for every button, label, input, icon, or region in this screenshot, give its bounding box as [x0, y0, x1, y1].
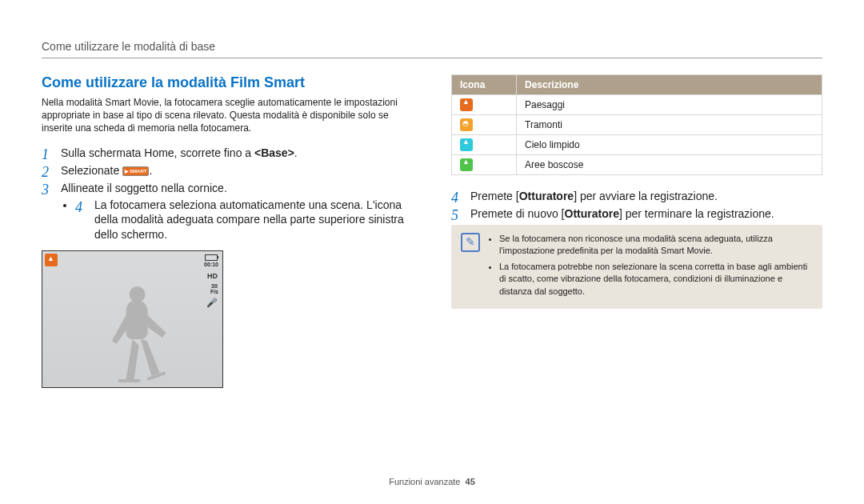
- fps-badge: 30F/s: [210, 283, 218, 294]
- note-item: Se la fotocamera non riconosce una modal…: [499, 233, 813, 258]
- timecode: 00:10: [204, 262, 218, 267]
- hd-badge: HD: [207, 272, 218, 280]
- intro-text: Nella modalità Smart Movie, la fotocamer…: [42, 96, 413, 135]
- svg-rect-1: [118, 379, 140, 382]
- battery-icon: [205, 254, 218, 261]
- left-column: Come utilizzare la modalità Film Smart N…: [42, 74, 413, 388]
- clear-sky-icon: [460, 138, 473, 151]
- forest-icon: [460, 158, 473, 171]
- table-row: Paesaggi: [452, 95, 822, 115]
- smart-movie-icon: SMART: [122, 166, 149, 176]
- svg-point-0: [129, 286, 145, 302]
- table-header-desc: Descrizione: [517, 75, 822, 95]
- table-cell-desc: Paesaggi: [517, 95, 822, 115]
- note-list: Se la fotocamera non riconosce una modal…: [488, 233, 813, 301]
- step-3-sublist: La fotocamera seleziona automaticamente …: [61, 198, 413, 243]
- mic-icon: 🎤: [206, 298, 218, 308]
- table-header-icon: Icona: [452, 75, 517, 95]
- breadcrumb: Come utilizzare le modalità di base: [42, 40, 822, 53]
- note-icon: ✎: [461, 233, 480, 252]
- steps-list-left: Sulla schermata Home, scorrete fino a <B…: [42, 146, 413, 243]
- table-row: Aree boscose: [452, 155, 822, 175]
- table-row: Cielo limpido: [452, 135, 822, 155]
- step-1: Sulla schermata Home, scorrete fino a <B…: [42, 146, 413, 159]
- note-box: ✎ Se la fotocamera non riconosce una mod…: [451, 225, 822, 309]
- step-4: Premete [Otturatore] per avviare la regi…: [451, 190, 822, 202]
- sunset-icon: [460, 118, 473, 131]
- right-column: Icona Descrizione PaesaggiTramontiCielo …: [451, 74, 822, 388]
- step-2: Selezionate SMART.: [42, 164, 413, 177]
- divider: [42, 58, 822, 58]
- step-3: Allineate il soggetto nella cornice. La …: [42, 182, 413, 243]
- table-row: Tramonti: [452, 115, 822, 135]
- note-item: La fotocamera potrebbe non selezionare l…: [499, 261, 813, 298]
- page-footer: Funzioni avanzate 45: [0, 477, 864, 486]
- skater-silhouette: [94, 283, 182, 387]
- landscape-icon: [460, 98, 473, 111]
- table-cell-desc: Tramonti: [517, 115, 822, 135]
- table-cell-desc: Aree boscose: [517, 155, 822, 175]
- steps-list-right: Premete [Otturatore] per avviare la regi…: [451, 190, 822, 220]
- step-5: Premete di nuovo [Otturatore] per termin…: [451, 207, 822, 220]
- camera-preview: 00:10 HD 30F/s 🎤: [42, 250, 223, 388]
- scene-table: Icona Descrizione PaesaggiTramontiCielo …: [451, 74, 822, 175]
- table-cell-desc: Cielo limpido: [517, 135, 822, 155]
- section-title: Come utilizzare la modalità Film Smart: [42, 74, 413, 91]
- landscape-icon: [45, 254, 58, 266]
